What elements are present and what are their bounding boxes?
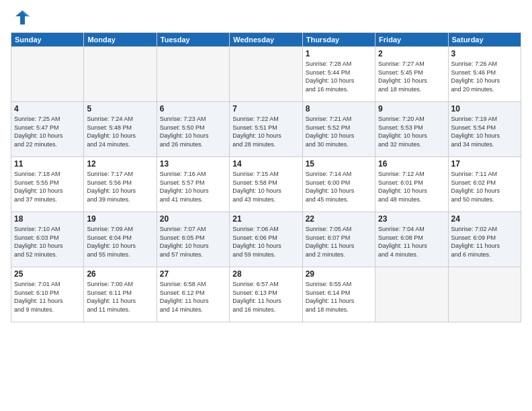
weekday-header-sunday: Sunday	[11, 33, 84, 47]
day-info: Sunrise: 7:19 AM Sunset: 5:54 PM Dayligh…	[451, 115, 518, 148]
day-number: 17	[451, 159, 518, 169]
calendar-cell: 2Sunrise: 7:27 AM Sunset: 5:45 PM Daylig…	[375, 47, 448, 102]
day-number: 23	[378, 214, 445, 224]
day-info: Sunrise: 7:27 AM Sunset: 5:45 PM Dayligh…	[378, 60, 445, 93]
day-number: 1	[306, 49, 372, 58]
day-number: 21	[232, 214, 299, 224]
calendar-cell: 16Sunrise: 7:12 AM Sunset: 6:01 PM Dayli…	[375, 157, 448, 212]
day-number: 13	[160, 159, 226, 169]
day-info: Sunrise: 7:14 AM Sunset: 6:00 PM Dayligh…	[306, 170, 372, 203]
calendar-cell	[84, 47, 157, 102]
calendar: SundayMondayTuesdayWednesdayThursdayFrid…	[11, 32, 521, 322]
calendar-cell: 9Sunrise: 7:20 AM Sunset: 5:53 PM Daylig…	[375, 102, 448, 157]
weekday-header-wednesday: Wednesday	[230, 33, 302, 47]
day-info: Sunrise: 6:55 AM Sunset: 6:14 PM Dayligh…	[306, 280, 372, 314]
calendar-cell: 21Sunrise: 7:06 AM Sunset: 6:06 PM Dayli…	[230, 212, 302, 267]
day-info: Sunrise: 7:12 AM Sunset: 6:01 PM Dayligh…	[378, 170, 445, 203]
calendar-cell	[230, 47, 302, 102]
calendar-cell: 8Sunrise: 7:21 AM Sunset: 5:52 PM Daylig…	[302, 102, 375, 157]
svg-marker-0	[15, 11, 30, 25]
logo	[11, 8, 32, 27]
day-info: Sunrise: 7:01 AM Sunset: 6:10 PM Dayligh…	[14, 280, 81, 314]
calendar-cell: 20Sunrise: 7:07 AM Sunset: 6:05 PM Dayli…	[157, 212, 229, 267]
day-number: 19	[87, 214, 153, 224]
calendar-cell: 17Sunrise: 7:11 AM Sunset: 6:02 PM Dayli…	[448, 157, 521, 212]
day-info: Sunrise: 7:04 AM Sunset: 6:08 PM Dayligh…	[378, 225, 445, 259]
day-info: Sunrise: 7:24 AM Sunset: 5:48 PM Dayligh…	[87, 115, 153, 148]
day-info: Sunrise: 7:07 AM Sunset: 6:05 PM Dayligh…	[160, 225, 226, 259]
calendar-cell: 15Sunrise: 7:14 AM Sunset: 6:00 PM Dayli…	[302, 157, 375, 212]
page: SundayMondayTuesdayWednesdayThursdayFrid…	[0, 0, 532, 411]
day-number: 27	[160, 269, 226, 279]
week-row-3: 11Sunrise: 7:18 AM Sunset: 5:55 PM Dayli…	[11, 157, 521, 212]
calendar-cell: 28Sunrise: 6:57 AM Sunset: 6:13 PM Dayli…	[230, 267, 302, 322]
day-number: 22	[306, 214, 372, 224]
calendar-cell: 24Sunrise: 7:02 AM Sunset: 6:09 PM Dayli…	[448, 212, 521, 267]
calendar-cell: 26Sunrise: 7:00 AM Sunset: 6:11 PM Dayli…	[84, 267, 157, 322]
day-number: 11	[14, 159, 81, 169]
calendar-cell: 25Sunrise: 7:01 AM Sunset: 6:10 PM Dayli…	[11, 267, 84, 322]
day-number: 6	[160, 104, 226, 113]
calendar-cell: 27Sunrise: 6:58 AM Sunset: 6:12 PM Dayli…	[157, 267, 229, 322]
calendar-cell: 22Sunrise: 7:05 AM Sunset: 6:07 PM Dayli…	[302, 212, 375, 267]
day-number: 8	[306, 104, 372, 113]
weekday-header-friday: Friday	[375, 33, 448, 47]
calendar-cell: 23Sunrise: 7:04 AM Sunset: 6:08 PM Dayli…	[375, 212, 448, 267]
calendar-cell: 6Sunrise: 7:23 AM Sunset: 5:50 PM Daylig…	[157, 102, 229, 157]
day-info: Sunrise: 7:23 AM Sunset: 5:50 PM Dayligh…	[160, 115, 226, 148]
day-number: 25	[14, 269, 81, 279]
calendar-cell	[157, 47, 229, 102]
day-info: Sunrise: 6:58 AM Sunset: 6:12 PM Dayligh…	[160, 280, 226, 314]
day-number: 12	[87, 159, 153, 169]
calendar-cell: 4Sunrise: 7:25 AM Sunset: 5:47 PM Daylig…	[11, 102, 84, 157]
weekday-header-saturday: Saturday	[448, 33, 521, 47]
day-number: 4	[14, 104, 81, 113]
day-number: 15	[306, 159, 372, 169]
day-info: Sunrise: 7:02 AM Sunset: 6:09 PM Dayligh…	[451, 225, 518, 259]
day-info: Sunrise: 7:10 AM Sunset: 6:03 PM Dayligh…	[14, 225, 81, 259]
weekday-header-monday: Monday	[84, 33, 157, 47]
day-info: Sunrise: 7:09 AM Sunset: 6:04 PM Dayligh…	[87, 225, 153, 259]
calendar-cell: 18Sunrise: 7:10 AM Sunset: 6:03 PM Dayli…	[11, 212, 84, 267]
day-number: 9	[378, 104, 445, 113]
calendar-cell: 3Sunrise: 7:26 AM Sunset: 5:46 PM Daylig…	[448, 47, 521, 102]
header	[11, 8, 521, 27]
day-info: Sunrise: 7:11 AM Sunset: 6:02 PM Dayligh…	[451, 170, 518, 203]
day-info: Sunrise: 6:57 AM Sunset: 6:13 PM Dayligh…	[232, 280, 299, 314]
day-info: Sunrise: 7:20 AM Sunset: 5:53 PM Dayligh…	[378, 115, 445, 148]
calendar-cell: 12Sunrise: 7:17 AM Sunset: 5:56 PM Dayli…	[84, 157, 157, 212]
day-number: 2	[378, 49, 445, 58]
calendar-cell	[375, 267, 448, 322]
day-info: Sunrise: 7:16 AM Sunset: 5:57 PM Dayligh…	[160, 170, 226, 203]
day-number: 18	[14, 214, 81, 224]
week-row-1: 1Sunrise: 7:28 AM Sunset: 5:44 PM Daylig…	[11, 47, 521, 102]
day-number: 28	[232, 269, 299, 279]
day-info: Sunrise: 7:05 AM Sunset: 6:07 PM Dayligh…	[306, 225, 372, 259]
day-info: Sunrise: 7:00 AM Sunset: 6:11 PM Dayligh…	[87, 280, 153, 314]
day-info: Sunrise: 7:18 AM Sunset: 5:55 PM Dayligh…	[14, 170, 81, 203]
calendar-cell: 11Sunrise: 7:18 AM Sunset: 5:55 PM Dayli…	[11, 157, 84, 212]
week-row-2: 4Sunrise: 7:25 AM Sunset: 5:47 PM Daylig…	[11, 102, 521, 157]
day-info: Sunrise: 7:22 AM Sunset: 5:51 PM Dayligh…	[232, 115, 299, 148]
calendar-cell: 5Sunrise: 7:24 AM Sunset: 5:48 PM Daylig…	[84, 102, 157, 157]
week-row-5: 25Sunrise: 7:01 AM Sunset: 6:10 PM Dayli…	[11, 267, 521, 322]
day-info: Sunrise: 7:15 AM Sunset: 5:58 PM Dayligh…	[232, 170, 299, 203]
day-info: Sunrise: 7:21 AM Sunset: 5:52 PM Dayligh…	[306, 115, 372, 148]
weekday-header-row: SundayMondayTuesdayWednesdayThursdayFrid…	[11, 33, 521, 47]
day-number: 5	[87, 104, 153, 113]
calendar-cell: 29Sunrise: 6:55 AM Sunset: 6:14 PM Dayli…	[302, 267, 375, 322]
day-info: Sunrise: 7:25 AM Sunset: 5:47 PM Dayligh…	[14, 115, 81, 148]
calendar-cell: 19Sunrise: 7:09 AM Sunset: 6:04 PM Dayli…	[84, 212, 157, 267]
day-number: 10	[451, 104, 518, 113]
calendar-cell: 13Sunrise: 7:16 AM Sunset: 5:57 PM Dayli…	[157, 157, 229, 212]
day-number: 7	[232, 104, 299, 113]
calendar-cell	[11, 47, 84, 102]
day-info: Sunrise: 7:26 AM Sunset: 5:46 PM Dayligh…	[451, 60, 518, 93]
day-number: 14	[232, 159, 299, 169]
weekday-header-tuesday: Tuesday	[157, 33, 229, 47]
day-number: 16	[378, 159, 445, 169]
day-number: 29	[306, 269, 372, 279]
day-info: Sunrise: 7:17 AM Sunset: 5:56 PM Dayligh…	[87, 170, 153, 203]
weekday-header-thursday: Thursday	[302, 33, 375, 47]
calendar-cell: 14Sunrise: 7:15 AM Sunset: 5:58 PM Dayli…	[230, 157, 302, 212]
